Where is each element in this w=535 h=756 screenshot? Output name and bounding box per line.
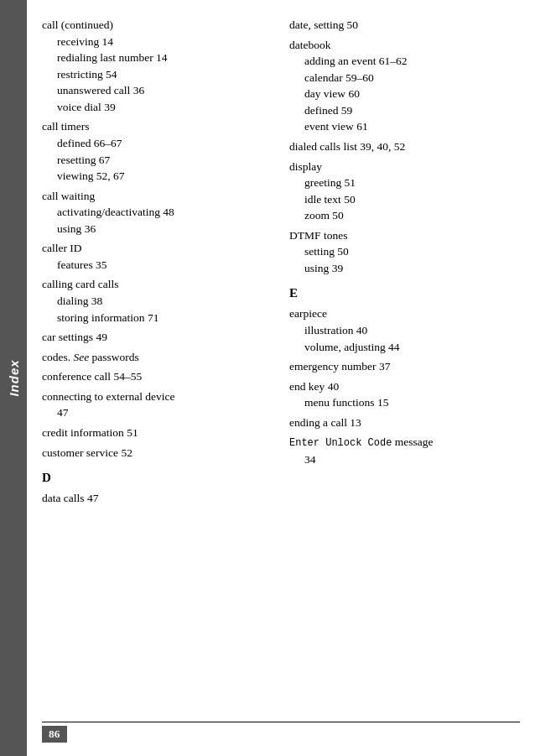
mono-enter-unlock-code: Enter Unlock Code <box>289 437 392 449</box>
entry-display: display greeting 51 idle text 50 zoom 50 <box>289 159 520 224</box>
entry-connecting: connecting to external device 47 <box>42 388 273 421</box>
sub-using-dtmf: using 39 <box>289 260 520 277</box>
sub-zoom: zoom 50 <box>289 207 520 224</box>
entry-dialed-calls: dialed calls list 39, 40, 52 <box>289 138 520 155</box>
entry-title-datebook: datebook <box>289 37 520 54</box>
entry-title-call-timers: call timers <box>42 118 273 135</box>
entry-title-end-key: end key 40 <box>289 378 520 395</box>
section-d: D data calls 47 <box>42 469 273 507</box>
sub-defined-timers: defined 66–67 <box>42 135 273 152</box>
entry-title-call-waiting: call waiting <box>42 188 273 205</box>
entry-title-dtmf: DTMF tones <box>289 227 520 244</box>
sub-viewing: viewing 52, 67 <box>42 168 273 185</box>
page-number-bar: 86 <box>42 722 520 743</box>
entry-connecting-indent: 47 <box>42 404 273 421</box>
entry-end-key: end key 40 menu functions 15 <box>289 378 520 411</box>
left-column: call (continued) receiving 14 redialing … <box>42 17 273 722</box>
entry-unlock-number: 34 <box>304 451 520 468</box>
entry-title-earpiece: earpiece <box>289 305 520 322</box>
entry-title-car-settings: car settings 49 <box>42 329 273 346</box>
sub-using-waiting: using 36 <box>42 221 273 237</box>
entry-ending-call: ending a call 13 <box>289 414 520 431</box>
sub-dialing: dialing 38 <box>42 293 273 310</box>
entry-caller-id: caller ID features 35 <box>42 240 273 273</box>
entry-dtmf: DTMF tones setting 50 using 39 <box>289 227 520 277</box>
page-number: 86 <box>42 726 67 743</box>
sub-greeting: greeting 51 <box>289 175 520 191</box>
sub-calendar: calendar 59–60 <box>289 70 520 86</box>
sub-setting-dtmf: setting 50 <box>289 243 520 260</box>
entry-datebook: datebook adding an event 61–62 calendar … <box>289 37 520 135</box>
entry-data-calls: data calls 47 <box>42 490 273 507</box>
sub-unanswered: unanswered call 36 <box>42 82 273 99</box>
entry-title-dialed-calls: dialed calls list 39, 40, 52 <box>289 138 520 155</box>
entry-title-display: display <box>289 159 520 175</box>
entry-title-customer: customer service 52 <box>42 445 273 461</box>
entry-calling-card: calling card calls dialing 38 storing in… <box>42 276 273 326</box>
sidebar: Index <box>0 0 27 756</box>
section-e: E earpiece illustration 40 volume, adjus… <box>289 284 520 467</box>
entry-emergency-number: emergency number 37 <box>289 358 520 375</box>
entry-call-continued: call (continued) receiving 14 redialing … <box>42 17 273 115</box>
entry-date-setting: date, setting 50 <box>289 17 520 34</box>
entry-title-connecting: connecting to external device <box>42 388 273 405</box>
sub-illustration: illustration 40 <box>289 322 520 339</box>
entry-title-caller-id: caller ID <box>42 240 273 257</box>
section-letter-d: D <box>42 469 273 487</box>
sub-defined-datebook: defined 59 <box>289 102 520 119</box>
entry-title-ending-call: ending a call 13 <box>289 414 520 431</box>
sub-menu-functions: menu functions 15 <box>289 394 520 411</box>
entry-title-conference: conference call 54–55 <box>42 368 273 385</box>
entry-title-date-setting: date, setting 50 <box>289 17 520 34</box>
sub-adding-event: adding an event 61–62 <box>289 53 520 70</box>
entry-call-timers: call timers defined 66–67 resetting 67 v… <box>42 118 273 184</box>
entry-title-emergency: emergency number 37 <box>289 358 520 375</box>
sidebar-label: Index <box>7 359 21 396</box>
entry-credit-info: credit information 51 <box>42 425 273 441</box>
section-letter-e: E <box>289 284 520 302</box>
entry-enter-unlock-code: Enter Unlock Code message 34 <box>289 434 520 467</box>
entry-earpiece: earpiece illustration 40 volume, adjusti… <box>289 305 520 355</box>
sub-activating: activating/deactivating 48 <box>42 204 273 221</box>
entry-customer-service: customer service 52 <box>42 445 273 461</box>
right-column: date, setting 50 datebook adding an even… <box>289 17 520 722</box>
entry-title-codes: codes. See passwords <box>42 349 273 366</box>
entry-car-settings: car settings 49 <box>42 329 273 346</box>
entry-codes: codes. See passwords <box>42 349 273 366</box>
entry-conference-call: conference call 54–55 <box>42 368 273 385</box>
sub-event-view: event view 61 <box>289 118 520 135</box>
entry-title-calling-card: calling card calls <box>42 276 273 293</box>
entry-title-unlock-code: Enter Unlock Code message <box>289 434 520 451</box>
sub-day-view: day view 60 <box>289 86 520 102</box>
sub-restricting: restricting 54 <box>42 66 273 83</box>
sub-features: features 35 <box>42 257 273 274</box>
sub-idle-text: idle text 50 <box>289 191 520 208</box>
sub-receiving: receiving 14 <box>42 34 273 50</box>
sub-resetting: resetting 67 <box>42 152 273 169</box>
sub-storing: storing information 71 <box>42 310 273 326</box>
entry-title-call-continued: call (continued) <box>42 17 273 34</box>
entry-connecting-number: 47 <box>57 404 273 421</box>
entry-call-waiting: call waiting activating/deactivating 48 … <box>42 188 273 237</box>
main-content: call (continued) receiving 14 redialing … <box>27 0 535 756</box>
sub-redialing: redialing last number 14 <box>42 50 273 66</box>
columns: call (continued) receiving 14 redialing … <box>42 17 520 722</box>
entry-title-credit: credit information 51 <box>42 425 273 441</box>
sub-volume-adjusting: volume, adjusting 44 <box>289 339 520 356</box>
sub-voice-dial: voice dial 39 <box>42 99 273 116</box>
entry-unlock-indent: 34 <box>289 451 520 468</box>
